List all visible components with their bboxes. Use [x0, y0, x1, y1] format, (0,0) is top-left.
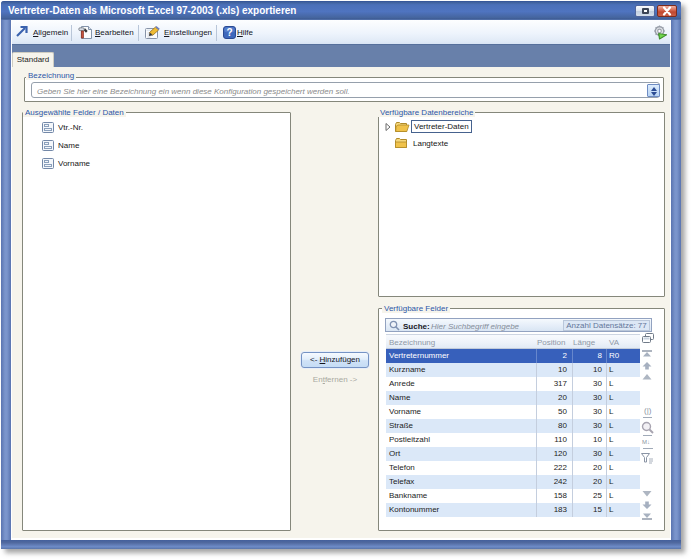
- svg-text:?: ?: [226, 27, 232, 38]
